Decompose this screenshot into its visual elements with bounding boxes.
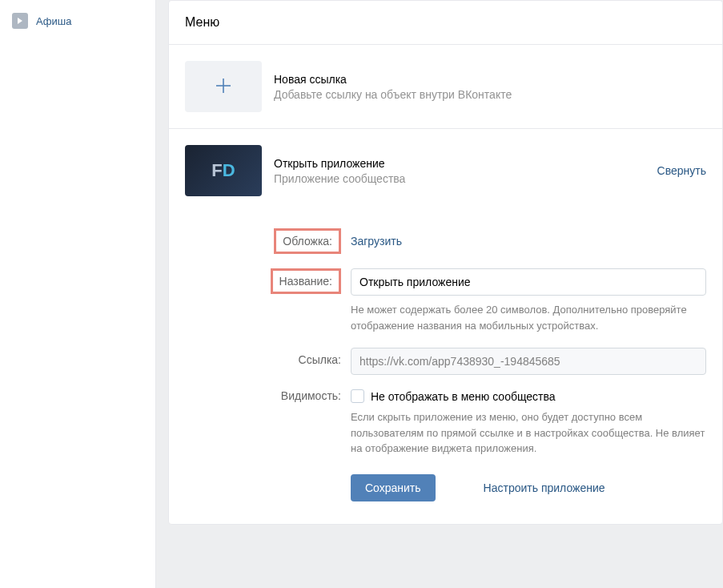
new-link-thumb xyxy=(185,61,262,112)
form-section: Обложка: Загрузить Название: Не может со… xyxy=(169,212,722,524)
new-link-content: Новая ссылка Добавьте ссылку на объект в… xyxy=(274,61,706,112)
main-content: Меню Новая ссылка Добавьте ссылку на объ… xyxy=(168,0,723,588)
new-link-title: Новая ссылка xyxy=(274,73,706,86)
menu-panel: Меню Новая ссылка Добавьте ссылку на объ… xyxy=(168,0,723,525)
name-help-text: Не может содержать более 20 символов. До… xyxy=(351,302,706,333)
configure-app-link[interactable]: Настроить приложение xyxy=(484,481,605,494)
new-link-subtitle: Добавьте ссылку на объект внутри ВКонтак… xyxy=(274,88,706,101)
name-value-col: Не может содержать более 20 символов. До… xyxy=(351,268,706,333)
save-button[interactable]: Сохранить xyxy=(351,474,436,501)
visibility-checkbox[interactable] xyxy=(351,389,364,403)
visibility-value-col: Не отображать в меню сообщества Если скр… xyxy=(351,389,706,501)
visibility-row: Видимость: Не отображать в меню сообщест… xyxy=(185,389,706,501)
name-label: Название: xyxy=(271,268,341,294)
app-thumb: FD xyxy=(185,145,262,196)
collapse-action[interactable]: Свернуть xyxy=(657,164,706,177)
app-item-subtitle: Приложение сообщества xyxy=(274,172,645,185)
link-row: Ссылка: xyxy=(185,348,706,375)
app-logo: FD xyxy=(211,160,235,181)
play-icon xyxy=(12,13,28,29)
link-value-col xyxy=(351,348,706,375)
sidebar-item-label: Афиша xyxy=(36,15,71,27)
visibility-label: Видимость: xyxy=(185,389,341,402)
visibility-checkbox-label: Не отображать в меню сообщества xyxy=(371,390,556,403)
sidebar: Афиша xyxy=(0,0,156,588)
app-item-title: Открыть приложение xyxy=(274,157,645,170)
upload-cover-link[interactable]: Загрузить xyxy=(351,228,402,248)
visibility-help-text: Если скрыть приложение из меню, оно буде… xyxy=(351,409,706,457)
cover-row: Обложка: Загрузить xyxy=(185,228,706,254)
name-input[interactable] xyxy=(351,268,706,296)
sidebar-item-afisha[interactable]: Афиша xyxy=(0,8,155,34)
name-row: Название: Не может содержать более 20 си… xyxy=(185,268,706,333)
plus-icon xyxy=(213,75,234,99)
name-label-col: Название: xyxy=(185,268,341,294)
link-label: Ссылка: xyxy=(185,348,341,366)
app-item-content: Открыть приложение Приложение сообщества xyxy=(274,145,645,196)
panel-title: Меню xyxy=(169,1,722,45)
app-item: FD Открыть приложение Приложение сообщес… xyxy=(169,129,722,212)
cover-value-col: Загрузить xyxy=(351,228,706,248)
button-row: Сохранить Настроить приложение xyxy=(351,474,706,501)
cover-label-col: Обложка: xyxy=(185,228,341,254)
link-input xyxy=(351,348,706,375)
new-link-item[interactable]: Новая ссылка Добавьте ссылку на объект в… xyxy=(169,45,722,129)
cover-label: Обложка: xyxy=(274,228,341,254)
visibility-checkbox-row: Не отображать в меню сообщества xyxy=(351,389,706,403)
